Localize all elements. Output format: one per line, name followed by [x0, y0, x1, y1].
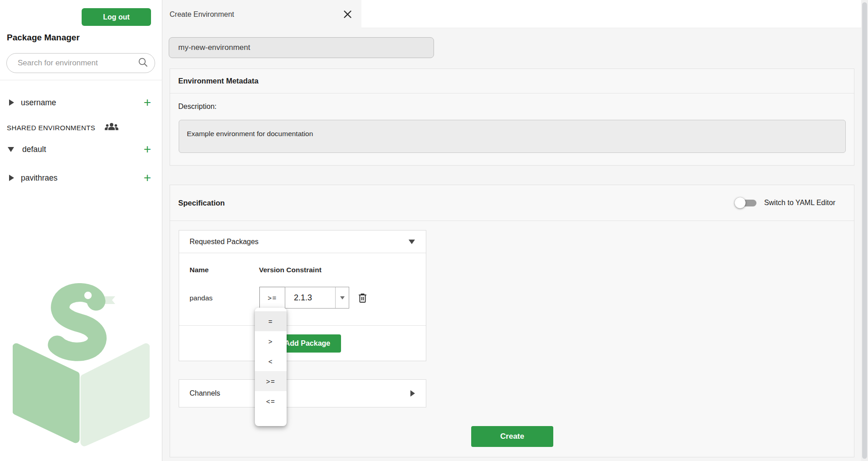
create-button[interactable]: Create — [471, 426, 553, 447]
sidebar-item-default[interactable]: default + — [0, 140, 162, 158]
operator-option-gt[interactable]: > — [255, 331, 287, 351]
tab-create-environment[interactable]: Create Environment — [162, 0, 361, 29]
requested-packages-title: Requested Packages — [190, 238, 258, 246]
sidebar: Log out Package Manager username + SHARE… — [0, 0, 162, 461]
sidebar-divider — [0, 80, 162, 80]
shared-environments-label: SHARED ENVIRONMENTS — [7, 124, 95, 132]
yaml-editor-switch-label: Switch to YAML Editor — [764, 199, 835, 207]
package-name: pandas — [190, 287, 213, 309]
operator-option-eq[interactable]: = — [255, 311, 287, 331]
operator-menu: = > < >= <= — [255, 308, 287, 426]
switch-knob[interactable] — [735, 197, 746, 208]
metadata-section-title: Environment Metadata — [170, 69, 854, 93]
expand-arrow-icon — [410, 390, 415, 397]
description-input[interactable]: Example environment for documentation — [179, 120, 846, 153]
column-version-constraint: Version Constraint — [259, 266, 322, 274]
chevron-right-icon — [9, 99, 14, 106]
search-input[interactable] — [17, 58, 138, 68]
search-icon — [138, 57, 148, 69]
specification-section-title: Specification — [178, 199, 225, 207]
environment-name-input[interactable] — [169, 37, 434, 58]
channels-accordion[interactable]: Channels — [179, 379, 426, 407]
version-dropdown-button[interactable] — [336, 287, 349, 308]
description-label: Description: — [178, 103, 216, 111]
environment-metadata-section: Environment Metadata Description: Exampl… — [170, 69, 854, 166]
namespace-label: pavithraes — [21, 173, 58, 183]
namespace-label: default — [22, 145, 46, 154]
delete-package-button[interactable] — [355, 290, 370, 305]
app-title: Package Manager — [7, 33, 80, 43]
add-environment-button[interactable]: + — [144, 145, 151, 154]
operator-option-gte[interactable]: >= — [255, 371, 287, 391]
snake-body — [57, 292, 98, 352]
tab-title: Create Environment — [170, 10, 234, 19]
trash-icon — [356, 292, 369, 304]
operator-option-lt[interactable]: < — [255, 351, 287, 371]
sidebar-item-username[interactable]: username + — [0, 93, 162, 112]
snake-eye — [84, 292, 92, 299]
requested-packages-accordion: Requested Packages Name Version Constrai… — [179, 230, 426, 361]
close-icon[interactable] — [342, 10, 352, 20]
collapse-arrow-icon — [409, 240, 415, 244]
package-table-header: Name Version Constraint — [190, 266, 322, 274]
chevron-right-icon — [9, 175, 14, 181]
add-environment-button[interactable]: + — [144, 98, 151, 107]
version-combobox[interactable]: 2.1.3 — [285, 287, 349, 309]
namespace-label: username — [21, 98, 56, 108]
constraint-operator-select[interactable]: >= — [259, 287, 285, 309]
yaml-editor-switch[interactable] — [735, 197, 756, 208]
people-icon — [104, 121, 119, 135]
accordion-divider — [179, 325, 426, 326]
chevron-down-icon — [8, 147, 14, 152]
column-name: Name — [190, 266, 259, 274]
add-environment-button[interactable]: + — [144, 173, 151, 182]
conda-store-app: Log out Package Manager username + SHARE… — [0, 0, 868, 461]
yaml-editor-toggle-group: Switch to YAML Editor — [735, 185, 835, 221]
operator-option-lte[interactable]: <= — [255, 391, 287, 411]
channels-title: Channels — [190, 389, 220, 397]
conda-store-logo — [13, 283, 150, 449]
environment-search — [6, 53, 155, 73]
scrollbar-thumb[interactable] — [862, 2, 867, 459]
version-value: 2.1.3 — [285, 287, 335, 308]
book-right-page — [84, 347, 146, 442]
dropdown-arrow-icon — [340, 296, 345, 299]
shared-environments-heading: SHARED ENVIRONMENTS — [7, 119, 156, 136]
sidebar-item-pavithraes[interactable]: pavithraes + — [0, 169, 162, 187]
requested-packages-header[interactable]: Requested Packages — [179, 230, 426, 253]
book-left-page — [16, 347, 76, 439]
logout-button[interactable]: Log out — [82, 8, 151, 26]
